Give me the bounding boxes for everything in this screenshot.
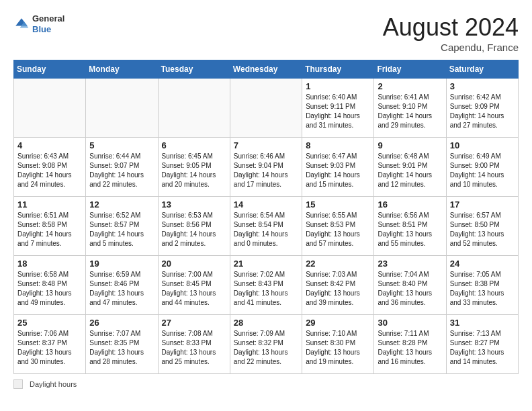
calendar-cell: 3Sunrise: 6:42 AMSunset: 9:09 PMDaylight… (446, 79, 518, 138)
calendar-cell: 14Sunrise: 6:54 AMSunset: 8:54 PMDayligh… (230, 197, 302, 256)
day-number: 27 (162, 318, 226, 328)
title-block: August 2024 Capendu, France (383, 13, 519, 53)
calendar-cell: 30Sunrise: 7:11 AMSunset: 8:28 PMDayligh… (374, 315, 446, 374)
day-header-monday: Monday (86, 60, 158, 79)
day-number: 4 (17, 140, 82, 150)
logo-text: General Blue (32, 13, 64, 34)
calendar-cell: 10Sunrise: 6:49 AMSunset: 9:00 PMDayligh… (446, 138, 518, 197)
daylight-box (13, 379, 23, 389)
day-info: Sunrise: 6:57 AMSunset: 8:50 PMDaylight:… (450, 211, 515, 248)
calendar-cell: 25Sunrise: 7:06 AMSunset: 8:37 PMDayligh… (14, 315, 86, 374)
day-number: 31 (450, 318, 515, 328)
calendar-cell (86, 79, 158, 138)
week-row-3: 11Sunrise: 6:51 AMSunset: 8:58 PMDayligh… (14, 197, 519, 256)
day-number: 12 (89, 199, 154, 210)
calendar-cell: 9Sunrise: 6:48 AMSunset: 9:01 PMDaylight… (374, 138, 446, 197)
day-number: 15 (306, 199, 370, 210)
page-header: General Blue August 2024 Capendu, France (13, 13, 519, 53)
calendar-cell: 27Sunrise: 7:08 AMSunset: 8:33 PMDayligh… (158, 315, 230, 374)
calendar-cell (14, 79, 86, 138)
day-info: Sunrise: 6:51 AMSunset: 8:58 PMDaylight:… (17, 211, 82, 248)
day-number: 6 (162, 140, 226, 150)
day-info: Sunrise: 6:47 AMSunset: 9:03 PMDaylight:… (306, 152, 370, 189)
calendar-cell: 19Sunrise: 6:59 AMSunset: 8:46 PMDayligh… (86, 256, 158, 315)
day-info: Sunrise: 6:58 AMSunset: 8:48 PMDaylight:… (17, 270, 82, 308)
calendar-cell: 22Sunrise: 7:03 AMSunset: 8:42 PMDayligh… (302, 256, 374, 315)
day-number: 26 (89, 318, 154, 328)
logo-general: General (32, 13, 64, 24)
calendar-cell: 4Sunrise: 6:43 AMSunset: 9:08 PMDaylight… (14, 138, 86, 197)
calendar-cell: 17Sunrise: 6:57 AMSunset: 8:50 PMDayligh… (446, 197, 518, 256)
day-info: Sunrise: 6:54 AMSunset: 8:54 PMDaylight:… (234, 211, 298, 248)
day-number: 25 (17, 318, 82, 328)
day-number: 11 (17, 199, 82, 210)
calendar-cell: 8Sunrise: 6:47 AMSunset: 9:03 PMDaylight… (302, 138, 374, 197)
calendar-cell: 28Sunrise: 7:09 AMSunset: 8:32 PMDayligh… (230, 315, 302, 374)
logo-icon (13, 16, 30, 32)
day-number: 3 (450, 81, 515, 91)
calendar-cell: 6Sunrise: 6:45 AMSunset: 9:05 PMDaylight… (158, 138, 230, 197)
logo-blue: Blue (32, 24, 64, 35)
day-number: 21 (234, 259, 298, 269)
day-header-wednesday: Wednesday (230, 60, 302, 79)
day-number: 9 (378, 140, 442, 150)
calendar-cell: 21Sunrise: 7:02 AMSunset: 8:43 PMDayligh… (230, 256, 302, 315)
day-number: 29 (306, 318, 370, 328)
day-info: Sunrise: 6:44 AMSunset: 9:07 PMDaylight:… (89, 152, 154, 189)
day-number: 22 (306, 259, 370, 269)
footer: Daylight hours (13, 379, 519, 389)
day-number: 7 (234, 140, 298, 150)
day-header-sunday: Sunday (14, 60, 86, 79)
day-info: Sunrise: 7:04 AMSunset: 8:40 PMDaylight:… (378, 270, 442, 308)
location: Capendu, France (383, 42, 519, 53)
calendar-cell: 1Sunrise: 6:40 AMSunset: 9:11 PMDaylight… (302, 79, 374, 138)
day-header-thursday: Thursday (302, 60, 374, 79)
day-info: Sunrise: 6:41 AMSunset: 9:10 PMDaylight:… (378, 93, 442, 130)
calendar-cell: 18Sunrise: 6:58 AMSunset: 8:48 PMDayligh… (14, 256, 86, 315)
week-row-5: 25Sunrise: 7:06 AMSunset: 8:37 PMDayligh… (14, 315, 519, 374)
calendar-cell: 5Sunrise: 6:44 AMSunset: 9:07 PMDaylight… (86, 138, 158, 197)
calendar-cell: 15Sunrise: 6:55 AMSunset: 8:53 PMDayligh… (302, 197, 374, 256)
calendar-cell: 12Sunrise: 6:52 AMSunset: 8:57 PMDayligh… (86, 197, 158, 256)
calendar-cell: 26Sunrise: 7:07 AMSunset: 8:35 PMDayligh… (86, 315, 158, 374)
day-header-friday: Friday (374, 60, 446, 79)
day-number: 13 (162, 199, 226, 210)
day-info: Sunrise: 6:55 AMSunset: 8:53 PMDaylight:… (306, 211, 370, 248)
day-info: Sunrise: 6:40 AMSunset: 9:11 PMDaylight:… (306, 93, 370, 130)
day-number: 10 (450, 140, 515, 150)
day-number: 30 (378, 318, 442, 328)
day-info: Sunrise: 7:05 AMSunset: 8:38 PMDaylight:… (450, 270, 515, 308)
day-number: 18 (17, 259, 82, 269)
week-row-4: 18Sunrise: 6:58 AMSunset: 8:48 PMDayligh… (14, 256, 519, 315)
day-info: Sunrise: 7:00 AMSunset: 8:45 PMDaylight:… (162, 270, 226, 308)
calendar-cell: 11Sunrise: 6:51 AMSunset: 8:58 PMDayligh… (14, 197, 86, 256)
day-info: Sunrise: 7:11 AMSunset: 8:28 PMDaylight:… (378, 329, 442, 367)
day-number: 17 (450, 199, 515, 210)
logo: General Blue (13, 13, 64, 34)
header-row: SundayMondayTuesdayWednesdayThursdayFrid… (14, 60, 519, 79)
calendar-cell: 29Sunrise: 7:10 AMSunset: 8:30 PMDayligh… (302, 315, 374, 374)
calendar-body: 1Sunrise: 6:40 AMSunset: 9:11 PMDaylight… (14, 79, 519, 374)
day-number: 19 (89, 259, 154, 269)
calendar-cell: 7Sunrise: 6:46 AMSunset: 9:04 PMDaylight… (230, 138, 302, 197)
day-info: Sunrise: 7:06 AMSunset: 8:37 PMDaylight:… (17, 329, 82, 367)
day-number: 14 (234, 199, 298, 210)
calendar-cell (230, 79, 302, 138)
day-info: Sunrise: 6:45 AMSunset: 9:05 PMDaylight:… (162, 152, 226, 189)
day-number: 5 (89, 140, 154, 150)
calendar-cell: 31Sunrise: 7:13 AMSunset: 8:27 PMDayligh… (446, 315, 518, 374)
day-info: Sunrise: 7:07 AMSunset: 8:35 PMDaylight:… (89, 329, 154, 367)
week-row-1: 1Sunrise: 6:40 AMSunset: 9:11 PMDaylight… (14, 79, 519, 138)
day-info: Sunrise: 6:49 AMSunset: 9:00 PMDaylight:… (450, 152, 515, 189)
day-header-tuesday: Tuesday (158, 60, 230, 79)
calendar-header: SundayMondayTuesdayWednesdayThursdayFrid… (14, 60, 519, 79)
day-info: Sunrise: 6:48 AMSunset: 9:01 PMDaylight:… (378, 152, 442, 189)
day-number: 8 (306, 140, 370, 150)
calendar-cell: 24Sunrise: 7:05 AMSunset: 8:38 PMDayligh… (446, 256, 518, 315)
day-info: Sunrise: 7:13 AMSunset: 8:27 PMDaylight:… (450, 329, 515, 367)
calendar-cell: 13Sunrise: 6:53 AMSunset: 8:56 PMDayligh… (158, 197, 230, 256)
month-year: August 2024 (383, 13, 519, 42)
day-info: Sunrise: 6:42 AMSunset: 9:09 PMDaylight:… (450, 93, 515, 130)
calendar-cell: 20Sunrise: 7:00 AMSunset: 8:45 PMDayligh… (158, 256, 230, 315)
week-row-2: 4Sunrise: 6:43 AMSunset: 9:08 PMDaylight… (14, 138, 519, 197)
